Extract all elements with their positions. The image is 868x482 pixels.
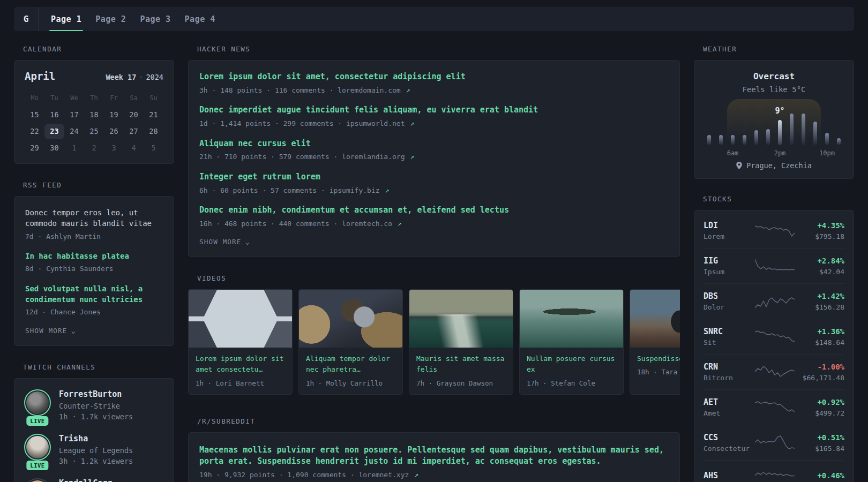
hn-item-title[interactable]: Donec imperdiet augue tincidunt felis al… [199, 104, 669, 116]
calendar-day: 16 [44, 107, 64, 123]
twitch-channel-game[interactable]: League of Legends [59, 446, 133, 456]
video-title[interactable]: Lorem ipsum dolor sit amet consectetu… [196, 353, 285, 375]
calendar-day: 29 [25, 140, 44, 156]
reddit-post-meta: 19h · 9,932 points · 1,090 comments · lo… [199, 470, 669, 480]
video-title[interactable]: Nullam posuere cursus ex [527, 353, 616, 375]
hn-item[interactable]: Integer eget rutrum lorem 6h · 60 points… [199, 171, 669, 195]
calendar-day: 27 [124, 124, 144, 139]
video-card[interactable]: Aliquam tempor dolor nec pharetra… 1h · … [298, 289, 403, 394]
rss-item[interactable]: In hac habitasse platea 8d · Cynthia Sau… [25, 251, 163, 274]
stock-symbol[interactable]: DBS [704, 291, 755, 301]
app-logo[interactable]: G [14, 7, 39, 31]
video-card[interactable]: Nullam posuere cursus ex 17h · Stefan Co… [519, 289, 624, 394]
calendar-section-title: CALENDAR [23, 45, 174, 53]
twitch-avatar[interactable]: LIVE [24, 434, 51, 466]
rss-widget: RSS FEED Donec tempor eros leo, ut commo… [14, 181, 174, 346]
calendar-weekday: Fr [104, 91, 124, 106]
calendar-day: 2 [84, 140, 104, 156]
external-link-icon[interactable]: ↗ [414, 471, 418, 479]
page-tabs: Page 1 Page 2 Page 3 Page 4 [44, 7, 222, 31]
twitch-avatar[interactable]: LIVE [24, 389, 51, 422]
rss-item-title[interactable]: Donec tempor eros leo, ut commodo mauris… [25, 207, 163, 229]
stock-change: +4.35% [795, 221, 844, 230]
calendar-day: 18 [84, 107, 104, 123]
video-thumbnail[interactable] [630, 290, 680, 348]
stock-symbol[interactable]: AET [704, 397, 755, 407]
stock-change: +1.42% [795, 292, 844, 300]
videos-row: Lorem ipsum dolor sit amet consectetu… 1… [188, 289, 680, 394]
stock-row[interactable]: AETAmet +0.92%$499.72 [704, 389, 844, 425]
stock-row[interactable]: IIGIpsum +2.84%$42.04 [704, 248, 844, 283]
twitch-avatar[interactable] [24, 478, 51, 482]
location-pin-icon [736, 162, 742, 169]
tab-page-2[interactable]: Page 2 [88, 7, 133, 31]
tab-page-3[interactable]: Page 3 [133, 7, 177, 31]
stock-row[interactable]: SNRCSit +1.36%$148.64 [704, 319, 844, 354]
rss-item-title[interactable]: In hac habitasse platea [25, 251, 163, 261]
stock-symbol[interactable]: CRN [704, 362, 755, 372]
video-thumbnail[interactable] [189, 290, 292, 348]
external-link-icon[interactable]: ↗ [385, 186, 389, 194]
calendar-card: April Week 17·2024 MoTuWeThFrSaSu1516171… [14, 60, 174, 164]
stock-row[interactable]: AHS +0.46% [704, 460, 844, 482]
stock-row[interactable]: LDILorem +4.35%$795.18 [704, 213, 844, 248]
twitch-channel-name[interactable]: KendallCarr [59, 478, 112, 482]
video-thumbnail[interactable] [299, 290, 402, 348]
twitch-channel-row[interactable]: LIVE Trisha League of Legends 3h · 1.2k … [24, 434, 164, 466]
stock-row[interactable]: CRNBitcorn -1.00%$66,171.48 [704, 354, 844, 389]
external-link-icon[interactable]: ↗ [406, 86, 410, 94]
top-nav: G Page 1 Page 2 Page 3 Page 4 [14, 7, 854, 31]
stock-row[interactable]: DBSDolor +1.42%$156.28 [704, 283, 844, 319]
video-card[interactable]: Lorem ipsum dolor sit amet consectetu… 1… [188, 289, 293, 394]
weather-bar [790, 114, 794, 145]
hn-item-title[interactable]: Lorem ipsum dolor sit amet, consectetur … [199, 71, 669, 83]
hn-item-title[interactable]: Integer eget rutrum lorem [199, 171, 669, 183]
stock-symbol[interactable]: CCS [704, 433, 755, 442]
video-card[interactable]: Mauris sit amet massa felis 7h · Grayson… [409, 289, 513, 394]
external-link-icon[interactable]: ↗ [410, 119, 414, 127]
twitch-channel-name[interactable]: Trisha [59, 434, 133, 443]
rss-show-more-button[interactable]: SHOW MORE⌄ [25, 326, 163, 335]
twitch-channel-row[interactable]: LIVE ForrestBurton Counter-Strike 1h · 1… [24, 389, 164, 422]
video-title[interactable]: Suspendisse diam [637, 353, 680, 364]
rss-item[interactable]: Donec tempor eros leo, ut commodo mauris… [25, 207, 163, 242]
stock-sparkline [755, 434, 795, 451]
video-thumbnail[interactable] [520, 290, 623, 348]
reddit-post-title[interactable]: Maecenas mollis pulvinar erat non posuer… [199, 445, 669, 468]
weather-section-title: WEATHER [703, 45, 854, 53]
stock-symbol[interactable]: AHS [704, 471, 755, 480]
twitch-channel-row[interactable]: KendallCarr [24, 478, 164, 482]
hn-show-more-button[interactable]: SHOW MORE⌄ [199, 237, 669, 246]
tab-page-4[interactable]: Page 4 [178, 7, 222, 31]
video-meta: 1h · Lori Barnett [196, 379, 285, 387]
hn-item-title[interactable]: Donec enim nibh, condimentum et accumsan… [199, 205, 669, 216]
video-title[interactable]: Mauris sit amet massa felis [416, 353, 506, 375]
reddit-post[interactable]: Maecenas mollis pulvinar erat non posuer… [199, 445, 669, 480]
hn-item[interactable]: Aliquam nec cursus elit 21h · 710 points… [199, 138, 669, 162]
stock-name: Dolor [704, 303, 755, 311]
calendar-weekday: Su [144, 91, 163, 106]
stock-row[interactable]: CCSConsectetur +0.51%$165.84 [704, 425, 844, 460]
avatar [26, 391, 49, 414]
stock-price: $148.64 [795, 338, 844, 347]
twitch-channel-game[interactable]: Counter-Strike [59, 401, 133, 412]
calendar-day: 26 [104, 124, 124, 139]
rss-item-title[interactable]: Sed volutpat nulla nisl, a condimentum n… [25, 283, 163, 305]
video-title[interactable]: Aliquam tempor dolor nec pharetra… [306, 353, 395, 375]
hn-item-title[interactable]: Aliquam nec cursus elit [199, 138, 669, 150]
external-link-icon[interactable]: ↗ [410, 153, 414, 161]
stock-symbol[interactable]: LDI [704, 221, 755, 230]
external-link-icon[interactable]: ↗ [398, 220, 402, 228]
video-thumbnail[interactable] [409, 290, 513, 348]
video-card[interactable]: Suspendisse diam 18h · Tara [630, 289, 680, 394]
hn-item[interactable]: Lorem ipsum dolor sit amet, consectetur … [199, 71, 669, 95]
rss-item[interactable]: Sed volutpat nulla nisl, a condimentum n… [25, 283, 163, 318]
stocks-section-title: STOCKS [703, 195, 854, 203]
stock-symbol[interactable]: SNRC [704, 327, 755, 336]
hn-item[interactable]: Donec enim nibh, condimentum et accumsan… [199, 205, 669, 229]
calendar-day: 20 [124, 107, 144, 123]
hn-item[interactable]: Donec imperdiet augue tincidunt felis al… [199, 104, 669, 129]
tab-page-1[interactable]: Page 1 [44, 7, 88, 31]
stock-symbol[interactable]: IIG [704, 256, 755, 266]
twitch-channel-name[interactable]: ForrestBurton [59, 389, 133, 399]
